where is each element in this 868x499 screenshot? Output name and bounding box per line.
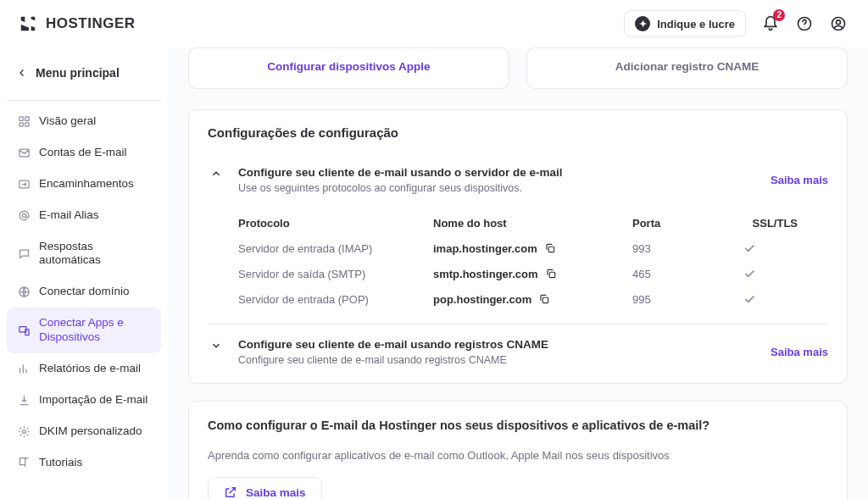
cell-protocol: Servidor de entrada (POP) [238, 293, 433, 306]
col-ssl: SSL/TLS [743, 217, 828, 230]
chat-icon [17, 247, 31, 260]
back-to-main-menu[interactable]: Menu principal [7, 63, 161, 95]
sidebar: Menu principal Visão geral Contas de E-m… [0, 47, 168, 499]
refer-button[interactable]: ✦ Indique e lucre [624, 10, 746, 37]
svg-rect-16 [549, 272, 554, 277]
sidebar-item-tutorials[interactable]: Tutoriais [7, 447, 161, 479]
configuration-settings-card: Configurações de configuração Configure … [188, 109, 848, 384]
table-header-row: Protocolo Nome do host Porta SSL/TLS [238, 211, 828, 236]
copy-icon[interactable] [538, 293, 550, 305]
sidebar-item-label: Relatórios de e-mail [39, 362, 141, 376]
help-circle-icon [796, 15, 813, 32]
learn-more-button[interactable]: Saiba mais [208, 477, 322, 499]
collapse-toggle[interactable] [208, 166, 225, 180]
external-link-icon [224, 485, 237, 499]
col-protocol: Protocolo [238, 217, 433, 230]
globe-icon [17, 286, 31, 299]
protocol-table: Protocolo Nome do host Porta SSL/TLS Ser… [238, 211, 828, 312]
sidebar-item-dkim[interactable]: DKIM personalizado [7, 416, 161, 447]
book-icon [17, 456, 31, 469]
sidebar-item-label: Visão geral [39, 114, 96, 129]
download-icon [17, 393, 31, 407]
gear-icon [17, 424, 31, 438]
table-row: Servidor de entrada (POP) pop.hostinger.… [238, 286, 828, 312]
sidebar-item-connect-domain[interactable]: Conectar domínio [7, 276, 161, 308]
sidebar-item-label: DKIM personalizado [39, 424, 142, 439]
account-button[interactable] [829, 14, 848, 33]
header-actions: ✦ Indique e lucre 2 [624, 10, 848, 37]
cell-protocol: Servidor de saída (SMTP) [238, 268, 433, 280]
copy-icon[interactable] [544, 242, 556, 254]
sidebar-item-import[interactable]: Importação de E-mail [7, 385, 161, 416]
sidebar-item-connect-apps[interactable]: Conectar Apps e Dispositivos [7, 308, 161, 353]
cell-host: pop.hostinger.com [433, 293, 531, 306]
accordion-subtitle: Use os seguintes protocolos ao configura… [238, 182, 757, 194]
sparkle-icon: ✦ [635, 16, 650, 31]
cell-host: smtp.hostinger.com [433, 268, 538, 280]
at-icon [17, 208, 31, 222]
configure-apple-card[interactable]: Configurar dispositivos Apple [188, 47, 509, 89]
sidebar-item-forwarding[interactable]: Encaminhamentos [7, 169, 161, 200]
help-card: Como configurar o E-mail da Hostinger no… [188, 401, 848, 499]
devices-icon [17, 324, 31, 337]
mail-icon [17, 146, 31, 159]
back-label: Menu principal [36, 66, 120, 80]
learn-more-link[interactable]: Saiba mais [771, 346, 828, 358]
cell-port: 995 [632, 293, 743, 306]
learn-more-link[interactable]: Saiba mais [771, 174, 828, 186]
svg-rect-6 [19, 123, 22, 126]
cell-port: 465 [632, 268, 743, 280]
help-title: Como configurar o E-mail da Hostinger no… [208, 419, 828, 432]
accordion-subtitle: Configure seu cliente de e-mail usando r… [238, 354, 757, 366]
brand-name: HOSTINGER [46, 15, 136, 32]
notifications-button[interactable]: 2 [761, 14, 780, 33]
sidebar-item-autoresponders[interactable]: Respostas automáticas [7, 231, 161, 277]
chevron-down-icon [210, 340, 222, 352]
hostinger-logo-icon [19, 14, 37, 33]
sidebar-item-label: Conectar domínio [39, 285, 130, 299]
col-host: Nome do host [433, 217, 632, 230]
refer-label: Indique e lucre [657, 18, 735, 30]
sidebar-item-label: E-mail Alias [39, 208, 99, 223]
forward-icon [17, 177, 31, 191]
svg-rect-15 [548, 247, 554, 252]
accordion-server: Configure seu cliente de e-mail usando o… [208, 152, 828, 312]
sidebar-item-alias[interactable]: E-mail Alias [7, 200, 161, 231]
help-button[interactable] [795, 14, 814, 33]
cell-protocol: Servidor de entrada (IMAP) [238, 242, 433, 255]
add-cname-card[interactable]: Adicionar registro CNAME [526, 47, 848, 89]
sidebar-item-label: Importação de E-mail [39, 393, 147, 408]
sidebar-item-label: Tutoriais [39, 456, 82, 470]
expand-toggle[interactable] [208, 338, 225, 352]
sidebar-divider [7, 100, 161, 101]
svg-rect-5 [25, 117, 28, 120]
sidebar-item-label: Encaminhamentos [39, 177, 134, 191]
sidebar-item-reports[interactable]: Relatórios de e-mail [7, 353, 161, 385]
notification-badge: 2 [773, 9, 785, 21]
grid-icon [17, 114, 31, 128]
app-header: HOSTINGER ✦ Indique e lucre 2 [0, 0, 868, 47]
svg-point-3 [837, 20, 841, 25]
table-row: Servidor de saída (SMTP) smtp.hostinger.… [238, 261, 828, 286]
check-icon [743, 292, 756, 306]
brand-logo[interactable]: HOSTINGER [19, 14, 136, 33]
svg-point-14 [22, 430, 25, 433]
chart-icon [17, 362, 31, 375]
check-icon [743, 241, 756, 255]
cell-port: 993 [632, 242, 743, 255]
sidebar-item-email-accounts[interactable]: Contas de E-mail [7, 137, 161, 169]
learn-more-label: Saiba mais [246, 486, 306, 499]
accordion-title: Configure seu cliente de e-mail usando r… [238, 338, 757, 351]
sidebar-item-overview[interactable]: Visão geral [7, 106, 161, 137]
main-content: Configurar dispositivos Apple Adicionar … [168, 47, 868, 499]
copy-icon[interactable] [545, 268, 557, 280]
svg-rect-7 [25, 123, 28, 126]
user-circle-icon [830, 15, 847, 32]
sidebar-item-label: Conectar Apps e Dispositivos [39, 316, 151, 345]
svg-rect-17 [543, 297, 548, 302]
chevron-left-icon [17, 68, 27, 78]
sidebar-item-label: Respostas automáticas [39, 240, 151, 269]
svg-point-10 [22, 213, 25, 217]
accordion-cname: Configure seu cliente de e-mail usando r… [208, 324, 828, 378]
sidebar-item-label: Contas de E-mail [39, 146, 127, 160]
